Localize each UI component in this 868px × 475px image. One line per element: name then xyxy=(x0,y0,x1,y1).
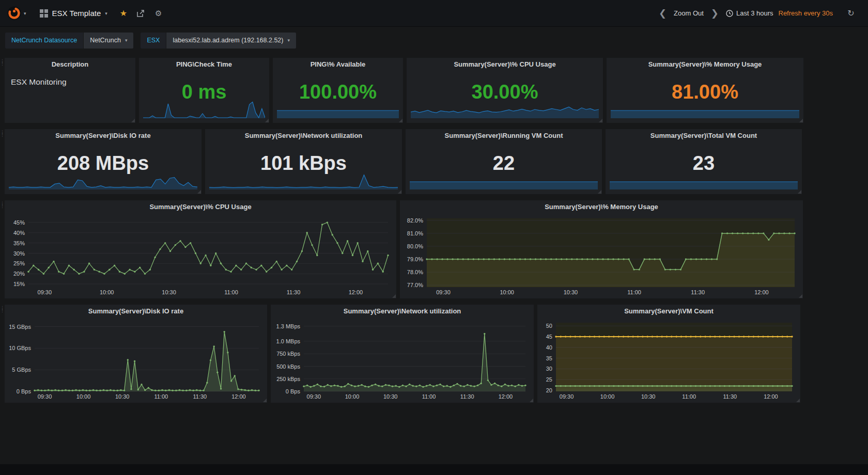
row-drag-handle[interactable]: ⋮⋮⋮⋮ xyxy=(0,60,5,65)
svg-text:11:00: 11:00 xyxy=(627,289,641,295)
panel-running-vm-count: Summary(Server)\Running VM Count 22 xyxy=(406,129,602,194)
svg-text:10:30: 10:30 xyxy=(641,393,656,400)
zoom-out-button[interactable]: Zoom Out xyxy=(674,9,704,17)
svg-text:30: 30 xyxy=(546,366,552,372)
stat-value: 81.00% xyxy=(607,70,803,114)
star-icon[interactable]: ★ xyxy=(115,0,132,27)
panel-title[interactable]: PING\Check Time xyxy=(139,58,269,71)
row-drag-handle[interactable]: ⋮⋮⋮⋮ xyxy=(0,131,5,136)
clock-icon xyxy=(726,10,733,17)
panel-title[interactable]: Summary(Server)\% Memory Usage xyxy=(607,58,803,71)
svg-text:09:30: 09:30 xyxy=(560,393,574,400)
panel-memory-usage-graph: Summary(Server)\% Memory Usage 77.0%78.0… xyxy=(400,200,803,298)
svg-text:15%: 15% xyxy=(13,281,25,287)
description-text: ESX Monitoring xyxy=(5,71,135,93)
grafana-flame-icon xyxy=(7,6,21,20)
gear-icon[interactable]: ⚙ xyxy=(150,0,167,27)
disk-io-chart[interactable]: 0 Bps5 GBps10 GBps15 GBps09:3010:0010:30… xyxy=(8,319,264,401)
dashboard-row-4: ⋮⋮⋮⋮ Summary(Server)\Disk IO rate 0 Bps5… xyxy=(5,305,868,403)
panel-title[interactable]: PING\% Available xyxy=(273,58,403,71)
panel-cpu-usage-stat: Summary(Server)\% CPU Usage 30.00% xyxy=(407,58,603,123)
caret-down-icon: ▾ xyxy=(125,38,128,43)
svg-text:40: 40 xyxy=(546,344,552,351)
time-range-picker[interactable]: Last 3 hours xyxy=(726,9,773,17)
refresh-interval-button[interactable]: Refresh every 30s xyxy=(779,9,833,17)
panel-memory-usage-stat: Summary(Server)\% Memory Usage 81.00% xyxy=(607,58,803,123)
network-utilization-chart[interactable]: 0 Bps250 kBps500 kBps750 kBps1.0 MBps1.3… xyxy=(274,319,531,401)
panel-title[interactable]: Summary(Server)\% Memory Usage xyxy=(400,200,803,214)
svg-text:10:00: 10:00 xyxy=(600,393,615,400)
refresh-icon[interactable]: ↻ xyxy=(842,0,860,27)
svg-text:77.0%: 77.0% xyxy=(407,282,423,288)
panel-title[interactable]: Description xyxy=(5,58,135,71)
svg-text:11:30: 11:30 xyxy=(287,289,301,295)
panel-title[interactable]: Summary(Server)\Disk IO rate xyxy=(5,129,202,142)
svg-text:15 GBps: 15 GBps xyxy=(9,324,31,330)
panel-disk-io-graph: Summary(Server)\Disk IO rate 0 Bps5 GBps… xyxy=(5,305,267,403)
svg-text:11:30: 11:30 xyxy=(460,393,474,400)
svg-text:12:00: 12:00 xyxy=(231,393,246,400)
panel-title[interactable]: Summary(Server)\% CPU Usage xyxy=(5,200,396,214)
svg-text:09:30: 09:30 xyxy=(436,289,451,295)
template-variable-bar: NetCrunch Datasource NetCrunch ▾ ESX lab… xyxy=(0,27,868,54)
svg-text:79.0%: 79.0% xyxy=(407,256,423,262)
caret-down-icon: ▾ xyxy=(105,11,107,16)
variable-label: NetCrunch Datasource xyxy=(5,33,83,49)
vm-count-chart[interactable]: 2025303540455009:3010:0010:3011:0011:301… xyxy=(540,319,797,401)
svg-text:09:30: 09:30 xyxy=(38,289,52,295)
panel-title[interactable]: Summary(Server)\Network utilization xyxy=(271,305,534,318)
dashboard-grid-icon xyxy=(40,9,48,18)
svg-text:0 Bps: 0 Bps xyxy=(286,388,301,394)
svg-text:12:00: 12:00 xyxy=(764,393,778,400)
svg-text:250 kBps: 250 kBps xyxy=(276,376,300,382)
svg-text:80.0%: 80.0% xyxy=(407,243,423,249)
svg-text:12:00: 12:00 xyxy=(754,289,769,295)
dashboard: ⋮⋮⋮⋮ Description ESX Monitoring PING\Che… xyxy=(0,54,868,403)
svg-text:11:30: 11:30 xyxy=(193,393,207,400)
panel-title[interactable]: Summary(Server)\% CPU Usage xyxy=(407,58,603,71)
time-range-label: Last 3 hours xyxy=(736,9,773,17)
variable-value: labesxi52.lab.ad.adrem (192.168.2.52) xyxy=(173,37,283,44)
svg-text:500 kBps: 500 kBps xyxy=(276,363,300,370)
svg-text:10:30: 10:30 xyxy=(162,289,176,295)
variable-dropdown-esx[interactable]: labesxi52.lab.ad.adrem (192.168.2.52) ▾ xyxy=(166,33,296,49)
sparkline xyxy=(143,101,265,118)
navbar: ▾ ESX Template ▾ ★ ⚙ ❮ Zoom Out ❯ xyxy=(0,0,868,27)
sparkline xyxy=(411,101,599,118)
svg-text:45: 45 xyxy=(546,334,552,340)
chevron-left-icon[interactable]: ❮ xyxy=(657,9,669,18)
svg-text:1.3 MBps: 1.3 MBps xyxy=(276,323,301,329)
share-icon[interactable] xyxy=(132,0,150,27)
dashboard-row-3: ⋮⋮⋮⋮ Summary(Server)\% CPU Usage 15%20%2… xyxy=(5,200,868,298)
panel-title[interactable]: Summary(Server)\Disk IO rate xyxy=(5,305,267,318)
svg-text:1.0 MBps: 1.0 MBps xyxy=(276,338,301,344)
svg-text:10:00: 10:00 xyxy=(500,289,514,295)
svg-text:81.0%: 81.0% xyxy=(407,230,423,236)
memory-usage-chart[interactable]: 77.0%78.0%79.0%80.0%81.0%82.0%09:3010:00… xyxy=(403,214,800,296)
panel-title[interactable]: Summary(Server)\Running VM Count xyxy=(406,129,602,142)
svg-text:82.0%: 82.0% xyxy=(407,217,423,224)
panel-vm-count-graph: Summary(Server)\VM Count 202530354045500… xyxy=(537,305,800,403)
row-drag-handle[interactable]: ⋮⋮⋮⋮ xyxy=(0,307,5,312)
svg-text:750 kBps: 750 kBps xyxy=(276,351,300,357)
panel-network-utilization-graph: Summary(Server)\Network utilization 0 Bp… xyxy=(271,305,534,403)
svg-text:35%: 35% xyxy=(13,240,25,246)
sparkline xyxy=(277,110,399,118)
variable-dropdown-datasource[interactable]: NetCrunch ▾ xyxy=(84,33,133,49)
panel-description: Description ESX Monitoring xyxy=(5,58,135,123)
svg-text:78.0%: 78.0% xyxy=(407,269,423,275)
panel-title[interactable]: Summary(Server)\Network utilization xyxy=(205,129,402,142)
grafana-logo[interactable]: ▾ xyxy=(0,0,33,26)
dashboard-row-2: ⋮⋮⋮⋮ Summary(Server)\Disk IO rate 208 MB… xyxy=(5,129,868,194)
svg-text:25%: 25% xyxy=(13,260,25,266)
panel-title[interactable]: Summary(Server)\VM Count xyxy=(537,305,800,318)
svg-text:10:00: 10:00 xyxy=(76,393,91,400)
variable-label: ESX xyxy=(141,33,166,49)
cpu-usage-chart[interactable]: 15%20%25%30%35%40%45%09:3010:0010:3011:0… xyxy=(8,214,393,296)
chevron-right-icon[interactable]: ❯ xyxy=(709,9,721,18)
dashboard-picker[interactable]: ESX Template ▾ xyxy=(33,0,115,26)
sparkline xyxy=(209,172,398,189)
svg-text:11:00: 11:00 xyxy=(682,393,696,400)
row-drag-handle[interactable]: ⋮⋮⋮⋮ xyxy=(0,202,5,208)
panel-title[interactable]: Summary(Server)\Total VM Count xyxy=(606,129,802,142)
